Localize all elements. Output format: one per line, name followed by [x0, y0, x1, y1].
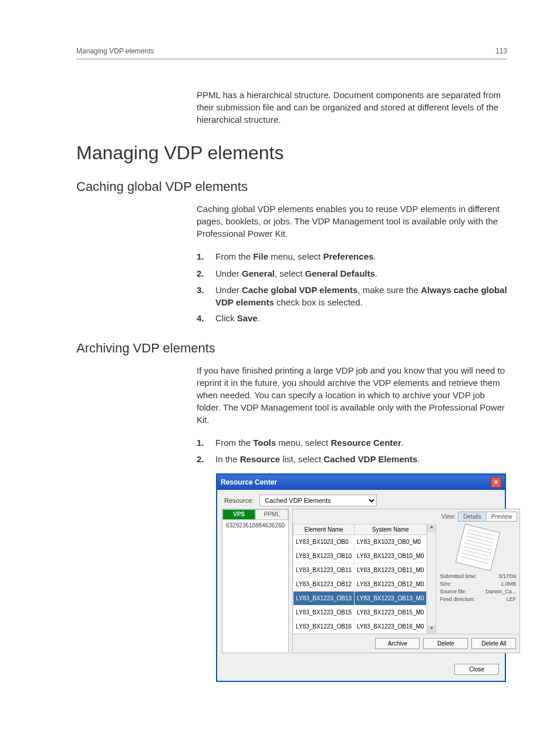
elements-table: Element Name System Name LY83_BX1023_OB0… — [293, 524, 427, 634]
table-row[interactable]: LY83_BX1023_OB0LY83_BX1023_OB0_M0 — [294, 535, 427, 549]
step-item: 2. In the Resource list, select Cached V… — [197, 453, 507, 466]
source-file-label: Source file: — [440, 589, 466, 594]
intro-paragraph: PPML has a hierarchical structure. Docum… — [197, 89, 507, 126]
resource-selector-bar: Resource: Cached VDP Elements — [217, 490, 505, 509]
window-titlebar[interactable]: Resource Center × — [217, 475, 505, 490]
step-number: 1. — [197, 250, 207, 264]
page-title: Managing VDP elements — [76, 142, 507, 164]
table-scrollbar[interactable]: ▲ ▼ — [427, 524, 436, 634]
view-label: View: — [441, 513, 456, 520]
resource-select[interactable]: Cached VDP Elements — [259, 495, 377, 506]
step-item: 4. Click Save. — [197, 312, 507, 325]
size-label: Size: — [440, 581, 451, 587]
step-number: 1. — [197, 436, 207, 450]
view-preview-button[interactable]: Preview — [487, 512, 517, 521]
step-item: 2. Under General, select General Default… — [197, 267, 507, 281]
feed-direction-value: LEF — [507, 596, 517, 602]
header-title: Managing VDP elements — [76, 47, 154, 55]
col-system-name[interactable]: System Name — [355, 524, 427, 535]
caching-steps-list: 1. From the File menu, select Preference… — [197, 250, 507, 325]
step-text: Under Cache global VDP elements, make su… — [215, 284, 507, 308]
scroll-down-icon[interactable]: ▼ — [427, 626, 436, 634]
view-details-button[interactable]: Details — [458, 512, 487, 521]
close-icon[interactable]: × — [491, 477, 501, 488]
resource-left-panel: VPS PPML 632923618884636260 — [222, 509, 289, 653]
scroll-up-icon[interactable]: ▲ — [427, 524, 436, 532]
step-text: Click Save. — [215, 312, 260, 325]
source-file-value: Darwin_Ca... — [485, 589, 516, 594]
section-archiving-paragraph: If you have finished printing a large VD… — [197, 364, 507, 426]
details-panel: Submitted time:3/17/09 Size:1.0MB Source… — [436, 524, 519, 634]
archive-button[interactable]: Archive — [375, 638, 420, 649]
section-caching-heading: Caching global VDP elements — [76, 179, 507, 194]
section-caching-paragraph: Caching global VDP elements enables you … — [197, 203, 507, 240]
tab-ppml[interactable]: PPML — [255, 509, 288, 520]
submitted-time-value: 3/17/09 — [498, 573, 516, 579]
step-number: 3. — [197, 284, 207, 308]
step-item: 1. From the Tools menu, select Resource … — [197, 436, 507, 450]
resource-center-window: Resource Center × Resource: Cached VDP E… — [216, 473, 506, 682]
close-button[interactable]: Close — [454, 664, 499, 675]
table-row[interactable]: LY83_BX1223_OB16LY83_BX1223_OB16_M0 — [294, 619, 427, 633]
size-value: 1.0MB — [501, 581, 516, 587]
step-number: 2. — [197, 267, 207, 281]
page-number: 113 — [495, 47, 507, 55]
submitted-time-label: Submitted time: — [440, 573, 477, 579]
archiving-steps-list: 1. From the Tools menu, select Resource … — [197, 436, 507, 466]
delete-all-button[interactable]: Delete All — [471, 638, 516, 649]
step-item: 1. From the File menu, select Preference… — [197, 250, 507, 264]
tab-vps[interactable]: VPS — [222, 509, 255, 520]
section-archiving-heading: Archiving VDP elements — [76, 341, 507, 356]
step-text: Under General, select General Defaults. — [215, 267, 377, 281]
table-row[interactable]: LY83_BX1223_OB12LY83_BX1223_OB12_M0 — [294, 577, 427, 591]
window-title: Resource Center — [221, 478, 277, 486]
step-item: 3. Under Cache global VDP elements, make… — [197, 284, 507, 308]
feed-direction-label: Feed direction: — [440, 596, 475, 602]
page-header: Managing VDP elements 113 — [76, 47, 507, 59]
delete-button[interactable]: Delete — [423, 638, 468, 649]
table-row[interactable]: LY83_BX1223_OB15LY83_BX1223_OB15_M0 — [294, 605, 427, 619]
view-toggle: Details Preview — [458, 512, 517, 522]
resource-center-panel: View: Details Preview Element Name Syste… — [292, 509, 520, 653]
step-number: 2. — [197, 453, 207, 466]
resource-label: Resource: — [224, 497, 254, 504]
table-row[interactable]: LY83_BX1223_OB11LY83_BX1223_OB11_M0 — [294, 563, 427, 577]
step-text: In the Resource list, select Cached VDP … — [215, 453, 420, 466]
col-element-name[interactable]: Element Name — [294, 524, 355, 535]
tree-item[interactable]: 632923618884636260 — [222, 520, 288, 531]
table-row[interactable]: LY83_BX1223_OB10LY83_BX1223_OB10_M0 — [294, 549, 427, 563]
step-text: From the File menu, select Preferences. — [215, 250, 376, 264]
thumbnail-preview — [456, 523, 501, 571]
step-text: From the Tools menu, select Resource Cen… — [215, 436, 404, 450]
step-number: 4. — [197, 312, 207, 325]
table-row-selected[interactable]: LY83_BX1223_OB13LY83_BX1223_OB13_M0 — [294, 591, 427, 605]
